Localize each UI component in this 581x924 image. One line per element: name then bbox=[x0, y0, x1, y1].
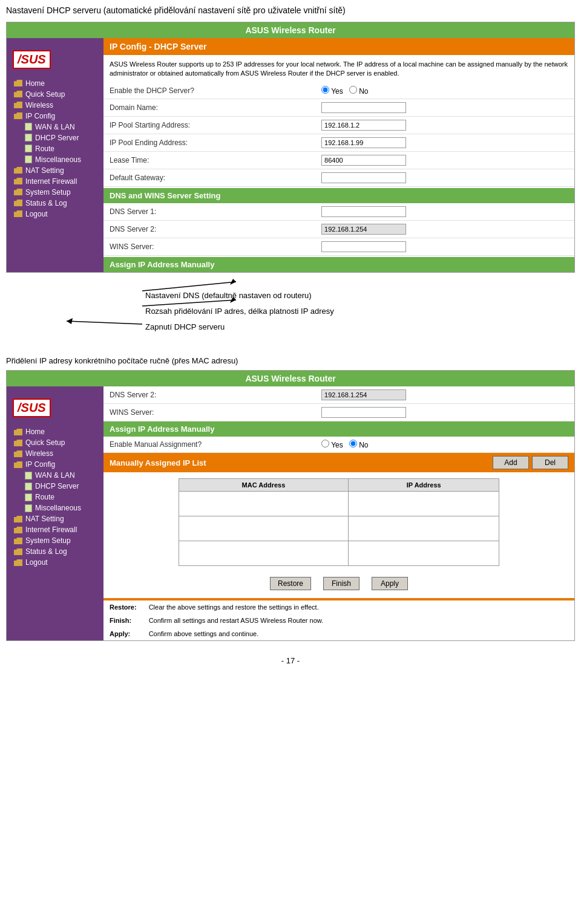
mac-ip-empty-row-2 bbox=[179, 516, 499, 541]
partial-dns2-input[interactable] bbox=[321, 389, 406, 400]
sidebar-item-wireless[interactable]: Wireless bbox=[7, 100, 103, 111]
partial-wins-value[interactable] bbox=[315, 404, 574, 421]
asus-logo-1: /SUS bbox=[7, 44, 103, 78]
default-gateway-input[interactable] bbox=[321, 172, 406, 183]
footer-info-table: Restore: Clear the above settings and re… bbox=[103, 599, 574, 640]
footer-restore-row: Restore: Clear the above settings and re… bbox=[103, 600, 574, 614]
footer-finish-text: Confirm all settings and restart ASUS Wi… bbox=[143, 614, 574, 627]
sidebar2-item-misc[interactable]: Miscellaneous bbox=[7, 503, 103, 513]
mac-cell-1 bbox=[179, 492, 348, 516]
annotation-3: Zapnutí DHCP serveru bbox=[145, 319, 575, 335]
dns1-input[interactable] bbox=[321, 206, 406, 217]
wins-input[interactable] bbox=[321, 241, 406, 252]
sidebar-item-route[interactable]: Route bbox=[7, 143, 103, 154]
manual-yes-label[interactable]: Yes bbox=[321, 440, 343, 449]
manual-no-label[interactable]: No bbox=[349, 440, 369, 449]
sidebar2-item-wanlan[interactable]: WAN & LAN bbox=[7, 470, 103, 481]
sidebar-item-dhcp[interactable]: DHCP Server bbox=[7, 132, 103, 143]
sidebar2-item-dhcp[interactable]: DHCP Server bbox=[7, 481, 103, 492]
field-value-ipstart[interactable] bbox=[315, 117, 574, 134]
sidebar-item-quicksetup[interactable]: Quick Setup bbox=[7, 89, 103, 100]
manual-enable-row: Enable Manual Assignment? Yes No bbox=[103, 437, 574, 453]
folder-icon bbox=[14, 112, 22, 119]
sidebar2-item-firewall[interactable]: Internet Firewall bbox=[7, 524, 103, 535]
folder-icon bbox=[14, 167, 22, 174]
file-icon bbox=[25, 123, 32, 131]
field-value-wins[interactable] bbox=[315, 238, 574, 256]
ip-pool-end-input[interactable] bbox=[321, 137, 406, 148]
partial-wins-input[interactable] bbox=[321, 407, 406, 418]
field-label-gateway: Default Gateway: bbox=[103, 169, 315, 187]
field-label-enable: Enable the DHCP Server? bbox=[103, 83, 315, 99]
sidebar2-item-wireless[interactable]: Wireless bbox=[7, 448, 103, 459]
sidebar2-item-logout[interactable]: Logout bbox=[7, 557, 103, 568]
apply-button[interactable]: Apply bbox=[372, 577, 408, 590]
folder-icon bbox=[14, 548, 22, 555]
main-content-2: DNS Server 2: WINS Server: Assign IP Add… bbox=[103, 386, 574, 640]
partial-form-table: DNS Server 2: WINS Server: bbox=[103, 386, 574, 421]
form-row-gateway: Default Gateway: bbox=[103, 169, 574, 187]
footer-restore-text: Clear the above settings and restore the… bbox=[143, 600, 574, 614]
field-value-gateway[interactable] bbox=[315, 169, 574, 187]
domain-name-input[interactable] bbox=[321, 102, 406, 113]
sidebar-nav-2: Home Quick Setup Wireless IP Config WAN … bbox=[7, 426, 103, 568]
field-label-dns1: DNS Server 1: bbox=[103, 203, 315, 221]
field-value-dns2[interactable] bbox=[315, 221, 574, 238]
file-icon bbox=[25, 472, 32, 480]
form-row-domain: Domain Name: bbox=[103, 99, 574, 117]
sidebar-item-statuslog[interactable]: Status & Log bbox=[7, 198, 103, 209]
sidebar2-item-nat[interactable]: NAT Setting bbox=[7, 513, 103, 524]
sidebar2-item-statuslog[interactable]: Status & Log bbox=[7, 546, 103, 557]
mac-cell-2 bbox=[179, 516, 348, 541]
sidebar2-item-systemsetup[interactable]: System Setup bbox=[7, 535, 103, 546]
sidebar-item-logout[interactable]: Logout bbox=[7, 209, 103, 220]
folder-icon bbox=[14, 91, 22, 97]
sidebar-item-misc[interactable]: Miscellaneous bbox=[7, 154, 103, 165]
lease-time-input[interactable] bbox=[321, 155, 406, 166]
ip-pool-start-input[interactable] bbox=[321, 120, 406, 131]
sidebar2-item-ipconfig[interactable]: IP Config bbox=[7, 459, 103, 470]
finish-button[interactable]: Finish bbox=[323, 577, 359, 590]
field-value-lease[interactable] bbox=[315, 152, 574, 169]
mac-ip-table: MAC Address IP Address bbox=[179, 478, 500, 566]
partial-dns2-value[interactable] bbox=[315, 386, 574, 404]
sidebar-2: /SUS Home Quick Setup Wireless IP Config… bbox=[7, 386, 103, 640]
dns2-input[interactable] bbox=[321, 224, 406, 235]
manual-radio-yes[interactable] bbox=[321, 440, 329, 447]
radio-no[interactable] bbox=[349, 86, 357, 94]
page-number: - 17 - bbox=[0, 647, 581, 674]
radio-yes-label[interactable]: Yes bbox=[321, 86, 343, 96]
form-row-ipend: IP Pool Ending Address: bbox=[103, 134, 574, 152]
folder-icon bbox=[14, 527, 22, 533]
router-panel-1: ASUS Wireless Router /SUS Home Quick Set… bbox=[6, 22, 575, 273]
sidebar2-item-route[interactable]: Route bbox=[7, 492, 103, 503]
sidebar-item-ipconfig[interactable]: IP Config bbox=[7, 111, 103, 122]
sidebar-item-wanlan[interactable]: WAN & LAN bbox=[7, 122, 103, 132]
radio-yes[interactable] bbox=[321, 86, 329, 94]
manually-list-title: Manually Assigned IP List bbox=[110, 458, 206, 467]
field-value-dns1[interactable] bbox=[315, 203, 574, 221]
sidebar-1: /SUS Home Quick Setup Wireless IP Config… bbox=[7, 38, 103, 273]
sidebar-item-home[interactable]: Home bbox=[7, 78, 103, 89]
file-icon bbox=[25, 504, 32, 512]
manual-radio-no[interactable] bbox=[349, 440, 357, 447]
footer-restore-label: Restore: bbox=[103, 600, 143, 614]
sidebar-item-nat[interactable]: NAT Setting bbox=[7, 165, 103, 176]
del-button[interactable]: Del bbox=[532, 456, 568, 469]
field-label-domain: Domain Name: bbox=[103, 99, 315, 117]
sidebar2-item-home[interactable]: Home bbox=[7, 426, 103, 437]
field-value-domain[interactable] bbox=[315, 99, 574, 117]
sidebar-item-firewall[interactable]: Internet Firewall bbox=[7, 176, 103, 187]
ip-cell-2 bbox=[349, 516, 499, 541]
footer-apply-label: Apply: bbox=[103, 627, 143, 640]
sidebar2-item-quicksetup[interactable]: Quick Setup bbox=[7, 437, 103, 448]
add-button[interactable]: Add bbox=[493, 456, 529, 469]
dns-section-header: DNS and WINS Server Setting bbox=[103, 188, 574, 203]
field-value-ipend[interactable] bbox=[315, 134, 574, 152]
footer-info-section: Restore: Clear the above settings and re… bbox=[103, 598, 574, 640]
page-header: Nastavení DHCP serveru (automatické přid… bbox=[0, 0, 581, 22]
restore-button[interactable]: Restore bbox=[270, 577, 311, 590]
sidebar-item-systemsetup[interactable]: System Setup bbox=[7, 187, 103, 198]
radio-no-label[interactable]: No bbox=[349, 86, 369, 96]
file-icon bbox=[25, 145, 32, 152]
